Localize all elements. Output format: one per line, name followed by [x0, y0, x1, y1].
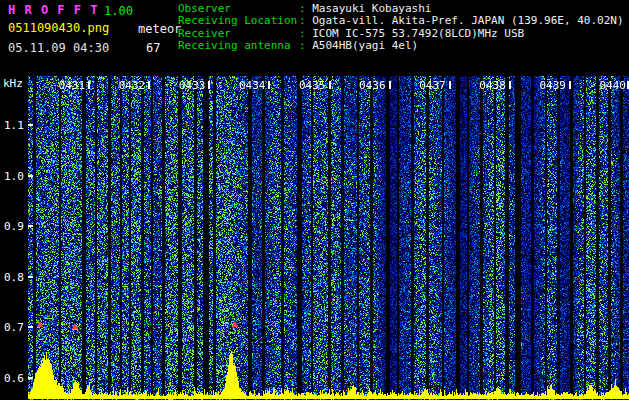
- y-tick-label: 0.8: [4, 271, 24, 284]
- info-colon: :: [299, 2, 306, 15]
- y-tick-label: 1.0: [4, 170, 24, 183]
- app-version: 1.00: [104, 4, 133, 18]
- x-tick-label: 0438: [472, 79, 506, 92]
- info-label: Receiving Location: [178, 15, 299, 27]
- meteor-count-label: meteor: [138, 22, 181, 36]
- x-tick-label: 0432: [111, 79, 145, 92]
- spectrogram-canvas: [28, 76, 629, 400]
- y-tick-label: 0.6: [4, 372, 24, 385]
- app-title: H R O F F T: [8, 3, 98, 17]
- frequency-axis: kHz 1.11.00.90.80.70.6: [0, 76, 28, 400]
- x-tick-label: 0431: [51, 79, 85, 92]
- info-value: A504HB(yagi 4el): [306, 39, 419, 52]
- hrofft-window: H R O F F T 1.00 0511090430.png 05.11.09…: [0, 0, 629, 400]
- x-tick-label: 0436: [352, 79, 386, 92]
- y-tick-label: 0.7: [4, 321, 24, 334]
- y-tick-label: 1.1: [4, 119, 24, 132]
- header: H R O F F T 1.00 0511090430.png 05.11.09…: [0, 0, 629, 76]
- x-tick-label: 0439: [532, 79, 566, 92]
- info-colon: :: [299, 14, 306, 27]
- info-value: Masayuki Kobayashi: [306, 2, 432, 15]
- x-tick-label: 0435: [292, 79, 326, 92]
- info-value: ICOM IC-575 53.7492(8LCD)MHz USB: [306, 27, 525, 40]
- x-tick-label: 0433: [171, 79, 205, 92]
- info-label: Receiving antenna: [178, 40, 299, 52]
- output-filename: 0511090430.png: [8, 21, 109, 35]
- meteor-count-value: 67: [146, 41, 160, 55]
- spectrogram-panel: kHz 1.11.00.90.80.70.6 04310432043304340…: [0, 76, 629, 400]
- frequency-unit-label: kHz: [3, 77, 23, 90]
- y-tick-label: 0.9: [4, 220, 24, 233]
- info-value: Ogata-vill. Akita-Pref. JAPAN (139.96E, …: [306, 14, 624, 27]
- x-tick-label: 0434: [231, 79, 265, 92]
- info-colon: :: [299, 39, 306, 52]
- x-tick-label: 0437: [412, 79, 446, 92]
- info-row: Receiving antenna: A504HB(yagi 4el): [178, 40, 624, 52]
- info-colon: :: [299, 27, 306, 40]
- observation-datetime: 05.11.09 04:30: [8, 41, 109, 55]
- x-tick-label: 0440: [592, 79, 626, 92]
- info-table: Observer: Masayuki KobayashiReceiving Lo…: [178, 3, 624, 53]
- time-axis: 0431043204330434043504360437043804390440: [28, 76, 629, 92]
